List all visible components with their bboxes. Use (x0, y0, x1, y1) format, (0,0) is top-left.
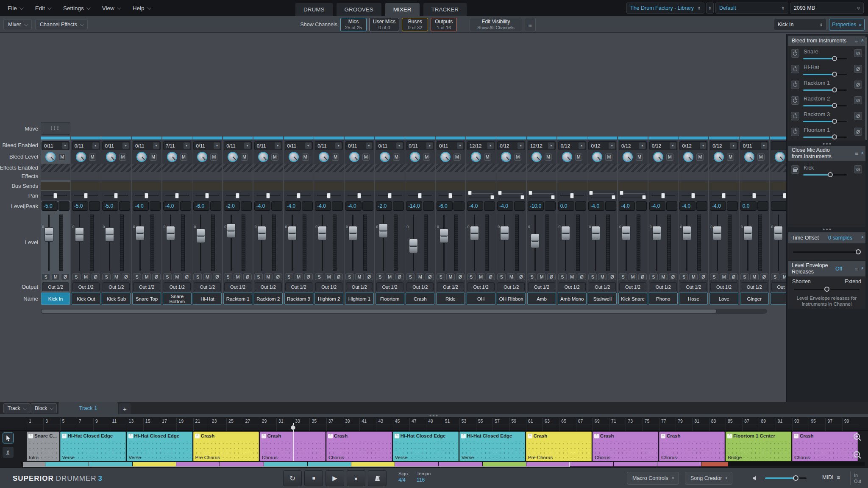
phase-button[interactable]: Ø (517, 273, 525, 280)
pan-knob[interactable] (297, 193, 300, 198)
bleed-mute-button[interactable]: M (605, 153, 612, 161)
solo-button[interactable]: S (285, 273, 293, 280)
channel-strip-snare-top[interactable]: 0/11▾M-4.00SMØOut 1/2Snare Top (132, 137, 161, 305)
bleed-mute-button[interactable]: M (484, 153, 491, 161)
solo-button[interactable]: S (649, 273, 658, 280)
pan-knob[interactable] (448, 193, 452, 198)
solo-button[interactable]: S (558, 273, 567, 280)
filter-outputs[interactable]: Outputs1 of 16 (431, 18, 457, 31)
bleed-level-knob[interactable] (683, 152, 693, 162)
chevron-down-icon[interactable]: ▾ (153, 142, 159, 149)
level-envelope-header[interactable]: Level EnvelopeReleases Off ≡» (788, 261, 865, 276)
effects-enabled-cell[interactable] (223, 164, 253, 172)
effects-cell[interactable] (41, 172, 70, 180)
solo-button[interactable]: S (345, 273, 354, 280)
mute-button[interactable]: M (446, 273, 455, 280)
fader-cap[interactable] (743, 226, 752, 240)
bleed-level-knob[interactable] (775, 152, 785, 162)
level-value[interactable]: -4.0 (345, 201, 362, 211)
phase-button[interactable]: Ø (854, 128, 862, 136)
filter-buses[interactable]: Buses0 of 32 (402, 18, 428, 31)
solo-button[interactable]: S (224, 273, 232, 280)
bleed-level-knob[interactable] (440, 152, 451, 162)
bleed-level-knob[interactable] (592, 152, 602, 162)
level-value[interactable]: -10.0 (528, 201, 544, 211)
level-value[interactable]: -14.0 (406, 201, 422, 211)
pan-control[interactable] (527, 191, 556, 201)
metronome-button[interactable] (368, 470, 387, 486)
chevron-down-icon[interactable]: ▾ (487, 142, 494, 149)
channel-strip-amb[interactable]: 12/12▾M-10.00SMØOut 1/2Amb (527, 137, 556, 305)
output-select[interactable]: Out 1/2 (406, 282, 434, 291)
bus-sends-cell[interactable] (284, 182, 314, 190)
mixer-horizontal-scrollbar[interactable] (41, 309, 767, 314)
pan-right-knob[interactable] (490, 195, 494, 199)
level-fader[interactable]: 0 (314, 212, 344, 273)
song-block-chorus[interactable]: ⌃CrashChorus (659, 432, 725, 461)
bus-sends-cell[interactable] (192, 182, 222, 190)
pan-control[interactable] (375, 191, 405, 201)
mute-button[interactable]: M (82, 273, 90, 280)
phase-button[interactable]: Ø (304, 273, 313, 280)
phase-button[interactable]: Ø (243, 273, 252, 280)
channel-name[interactable]: Phono (649, 293, 678, 305)
channel-strip-phono[interactable]: 0/12▾M-4.00SMØOut 1/2Phono (648, 137, 678, 305)
block-expand-icon[interactable]: ⌃ (128, 434, 133, 438)
effects-cell[interactable] (405, 172, 435, 180)
output-select[interactable]: Out 1/2 (710, 282, 737, 291)
tab-drums[interactable]: DRUMS (295, 3, 333, 16)
block-menu-button[interactable]: Block (31, 403, 57, 413)
effects-enabled-cell[interactable] (284, 164, 314, 172)
channel-name[interactable]: Snare Top (132, 293, 161, 305)
solo-button[interactable]: S (406, 273, 415, 280)
time-offset-slider[interactable] (793, 249, 860, 254)
output-select[interactable]: Out 1/2 (255, 282, 282, 291)
mute-button[interactable]: M (537, 273, 546, 280)
channel-strip-stairwell[interactable]: 0/12▾M-4.00SMØOut 1/2Stairwell (587, 137, 617, 305)
phase-button[interactable]: Ø (854, 112, 862, 120)
bus-sends-cell[interactable] (253, 182, 283, 190)
level-value[interactable]: -5.0 (42, 201, 58, 211)
channel-name[interactable]: Ride (436, 293, 465, 305)
bleed-section-header[interactable]: Bleed from Instruments ≡» (788, 36, 865, 46)
toolbar-menu-button[interactable]: ≡ (525, 18, 536, 31)
bleed-enabled-select[interactable]: 0/11▾ (285, 141, 313, 150)
tracker-resize-grip[interactable]: ●●● (0, 414, 868, 417)
chevron-down-icon[interactable]: ▾ (670, 142, 676, 149)
bleed-level-knob[interactable] (623, 152, 633, 162)
library-select[interactable]: The Drum Factory - Library ▲▼ (626, 3, 704, 14)
zoom-in-button[interactable] (853, 432, 862, 442)
bus-sends-cell[interactable] (587, 182, 617, 190)
level-fader[interactable]: 0 (101, 212, 131, 273)
bus-sends-cell[interactable] (436, 182, 465, 190)
phase-button[interactable]: Ø (699, 273, 707, 280)
level-fader[interactable]: 0 (679, 212, 708, 273)
bus-sends-cell[interactable] (557, 182, 587, 190)
solo-button[interactable]: S (619, 273, 627, 280)
song-block-verse[interactable]: ⌃Hi-Hat Closed EdgeVerse (393, 432, 459, 461)
phase-button[interactable]: Ø (365, 273, 373, 280)
pan-knob[interactable] (236, 193, 239, 198)
level-value[interactable]: -5.0 (102, 201, 118, 211)
bleed-mute-button[interactable]: M (453, 153, 461, 161)
phase-button[interactable]: Ø (395, 273, 404, 280)
phase-button[interactable]: Ø (608, 273, 616, 280)
bleed-level-knob[interactable] (410, 152, 420, 162)
chevron-down-icon[interactable]: ▾ (517, 142, 524, 149)
channel-name[interactable]: Amb (527, 293, 556, 305)
collapse-icon[interactable]: » (859, 268, 865, 270)
bleed-level-knob[interactable] (531, 152, 542, 162)
pan-control[interactable] (192, 191, 222, 201)
phase-button[interactable]: Ø (854, 81, 862, 89)
fader-cap[interactable] (440, 229, 448, 243)
level-value[interactable]: -4.0 (133, 201, 149, 211)
effects-cell[interactable] (101, 172, 131, 180)
level-fader[interactable]: 0 (770, 212, 787, 273)
fader-cap[interactable] (652, 226, 661, 240)
mute-button[interactable]: M (142, 273, 151, 280)
channel-strip-amb-mono[interactable]: 0/12▾M0.00SMØOut 1/2Amb Mono (557, 137, 587, 305)
phase-button[interactable]: Ø (760, 273, 768, 280)
effects-enabled-cell[interactable] (436, 164, 465, 172)
bleed-mute-button[interactable]: M (757, 153, 765, 161)
bleed-enabled-select[interactable]: 0/11▾ (42, 141, 70, 150)
